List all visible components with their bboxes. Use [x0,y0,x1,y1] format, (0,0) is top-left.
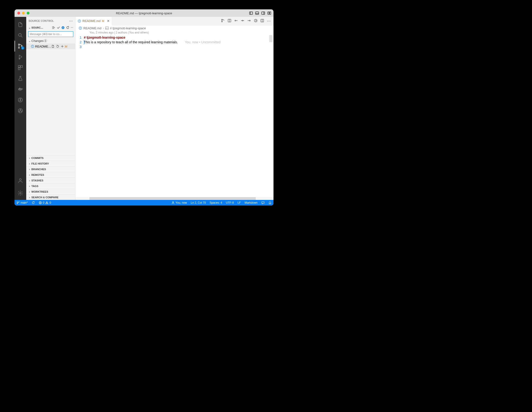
section-branches[interactable]: ›BRANCHES [26,166,75,172]
refresh-icon[interactable] [66,26,69,29]
settings-activity[interactable] [15,188,26,198]
editor-more-icon[interactable]: ⋯ [267,19,271,23]
sidebar-header: SOURCE CONTROL ⋯ [26,17,75,25]
explorer-activity[interactable] [15,19,26,30]
run-debug-activity[interactable] [15,52,26,62]
search-activity[interactable] [15,30,26,41]
section-stashes[interactable]: ›STASHES [26,178,75,183]
line-number-gutter: 123 [76,35,84,197]
inline-blame: You, now • Uncommitted [185,40,221,44]
section-commits[interactable]: ›COMMITS [26,155,75,160]
panel-right-icon[interactable] [261,11,265,15]
docker-activity[interactable] [15,84,26,94]
svg-point-52 [254,19,257,22]
editor-tab-readme[interactable]: README.md M ✕ [76,17,112,25]
tab-close-icon[interactable]: ✕ [107,19,110,23]
preview-icon[interactable] [254,19,257,22]
svg-rect-0 [250,12,253,15]
open-changes-icon[interactable] [228,19,231,22]
commit-check-icon[interactable] [57,26,60,29]
changes-label: Changes [31,39,44,43]
changes-count-badge: 1 [44,39,47,43]
sidebar-more-icon[interactable]: ⋯ [69,19,73,23]
testing-activity[interactable] [15,73,26,84]
sync-circle-icon[interactable] [61,26,65,29]
prev-change-icon[interactable] [234,19,238,22]
code-line-1: # tjzegmott-learning-space [84,36,125,39]
svg-rect-15 [21,66,22,67]
compare-icon[interactable] [221,19,225,22]
stage-plus-icon[interactable] [61,45,64,48]
svg-point-28 [20,192,21,194]
code-editor[interactable]: 123 # tjzegmott-learning-space This is a… [76,35,274,197]
breadcrumb-heading: # tjzegmott-learning-space [110,27,146,30]
section-remotes[interactable]: ›REMOTES [26,172,75,178]
open-file-icon[interactable] [51,45,55,48]
info-icon [31,45,34,48]
minimap[interactable] [269,35,273,42]
status-cursor-pos[interactable]: Ln 2, Col 70 [189,200,208,206]
changed-file-row[interactable]: README… M [26,44,75,49]
changes-section[interactable]: ⌄ Changes 1 [26,38,75,44]
breadcrumb[interactable]: README.md › abc # tjzegmott-learning-spa… [76,25,274,31]
discard-icon[interactable] [56,45,59,48]
next-change-icon[interactable] [247,19,251,22]
svg-point-35 [33,46,33,46]
status-encoding[interactable]: UTF-8 [224,200,236,206]
svg-point-57 [80,27,81,28]
svg-rect-6 [268,12,269,15]
error-icon [39,201,42,204]
bell-icon [268,201,272,204]
svg-rect-2 [256,12,259,15]
status-feedback[interactable] [259,200,266,206]
accounts-activity[interactable] [15,175,26,186]
svg-rect-16 [18,68,20,70]
section-worktrees[interactable]: ›WORKTREES [26,189,75,194]
status-branch[interactable]: main* [15,200,30,206]
svg-point-27 [19,179,21,180]
status-indent[interactable]: Spaces: 4 [208,200,224,206]
warning-icon [45,201,48,204]
svg-point-40 [79,20,80,20]
source-control-activity[interactable]: 1 [15,41,26,52]
status-language[interactable]: Markdown [243,200,259,206]
sidebar: SOURCE CONTROL ⋯ ⌄ SOURC… ⋯ Message (⌘En… [26,17,76,200]
status-sync[interactable] [30,200,37,206]
scm-repo-label: SOURC… [31,26,52,29]
status-blame[interactable]: You, now [170,200,189,206]
extensions-activity[interactable] [15,62,26,73]
scm-repo-header[interactable]: ⌄ SOURC… ⋯ [26,25,75,30]
heading-icon: abc [105,27,109,30]
status-bar: main* 0 0 You, now Ln 2, Col 70 Spaces: … [15,200,274,206]
git-graph-activity[interactable] [15,105,26,116]
sidebar-title: SOURCE CONTROL [28,19,54,22]
horizontal-scrollbar[interactable] [76,197,274,200]
file-status-badge: M [65,45,67,48]
panel-bottom-icon[interactable] [255,11,259,15]
editor-tabs: README.md M ✕ ⋯ [76,17,274,25]
status-problems[interactable]: 0 0 [37,200,53,206]
titlebar[interactable]: README.md — tjzegmott-learning-space [15,9,274,17]
panel-left-icon[interactable] [249,11,253,15]
more-icon[interactable]: ⋯ [71,26,73,29]
chevron-down-icon: ⌄ [28,39,31,43]
commit-node-icon[interactable] [241,19,245,22]
activity-bar: 1 [15,17,26,200]
window-title: README.md — tjzegmott-learning-space [15,11,274,15]
scrollbar-thumb[interactable] [89,197,256,200]
section-tags[interactable]: ›TAGS [26,183,75,189]
editor-area: README.md M ✕ ⋯ README.md [76,17,274,200]
section-search-compare[interactable]: ›SEARCH & COMPARE [26,194,75,200]
layout-icon[interactable] [267,11,271,15]
view-tree-icon[interactable] [52,26,55,29]
svg-point-32 [62,27,64,29]
status-eol[interactable]: LF [236,200,243,206]
split-editor-icon[interactable] [260,19,264,22]
commit-message-input[interactable]: Message (⌘Enter to co… [28,31,73,37]
gitlens-activity[interactable] [15,94,26,105]
breadcrumb-file: README.md [83,27,101,30]
code-lines[interactable]: # tjzegmott-learning-space This is a rep… [84,35,274,197]
section-file-history[interactable]: ›FILE HISTORY [26,160,75,166]
svg-rect-7 [269,12,271,15]
status-notifications[interactable] [266,200,274,206]
